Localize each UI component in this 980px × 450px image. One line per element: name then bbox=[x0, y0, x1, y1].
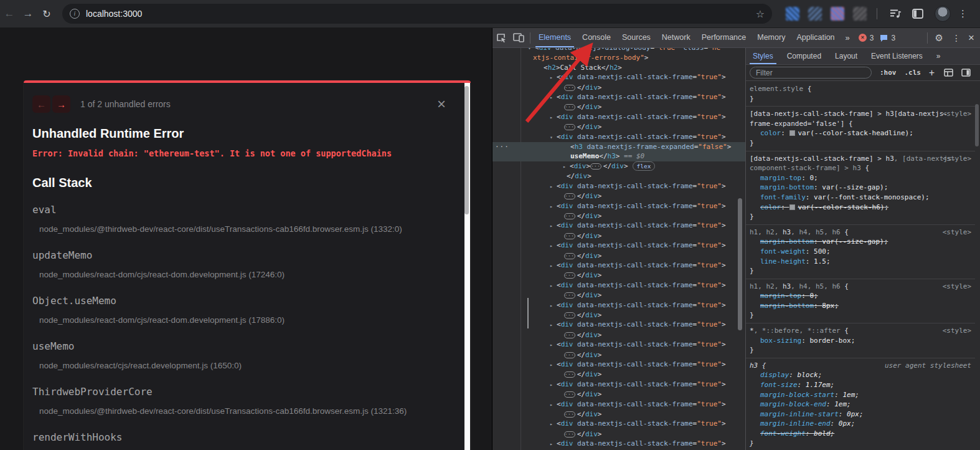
css-rule[interactable]: <style>[data-nextjs-call-stack-frame] > … bbox=[746, 107, 975, 151]
css-declaration[interactable]: margin-inline-start: 0px; bbox=[750, 409, 971, 419]
expand-arrow-right-icon[interactable]: ▸ bbox=[550, 241, 557, 251]
expand-arrow-right-icon[interactable]: ▸ bbox=[550, 113, 557, 122]
bookmark-star-icon[interactable]: ☆ bbox=[756, 8, 765, 20]
more-content-icon[interactable]: ··· bbox=[564, 85, 575, 91]
rendering-emulation-icon[interactable] bbox=[944, 69, 953, 77]
css-declaration[interactable]: font-weight: bold; bbox=[750, 429, 971, 439]
css-declaration[interactable]: font-family: var(--font-stack-monospace)… bbox=[750, 193, 971, 203]
dom-tree-line[interactable]: ▸<div data-nextjs-call-stack-frame="true… bbox=[492, 181, 745, 191]
css-declaration[interactable]: margin-block-end: 1em; bbox=[750, 400, 971, 409]
dom-tree-line[interactable]: ▸<div>···</div>flex bbox=[492, 161, 745, 171]
expand-arrow-down-icon[interactable]: ▾ bbox=[550, 133, 557, 142]
css-declaration[interactable]: margin-top: 0; bbox=[750, 291, 971, 301]
flex-badge[interactable]: flex bbox=[633, 161, 656, 171]
dom-tree-line[interactable]: ▾<div data-nextjs-dialog-body="true" cla… bbox=[492, 48, 745, 53]
tab-performance[interactable]: Performance bbox=[696, 28, 752, 47]
tab-application[interactable]: Application bbox=[791, 28, 840, 47]
reload-button[interactable]: ↻ bbox=[37, 8, 56, 20]
console-message-count[interactable]: 3 bbox=[891, 34, 895, 42]
expand-arrow-right-icon[interactable]: ▸ bbox=[563, 162, 570, 171]
dom-tree-line[interactable]: xtjs-container-errors-body"> bbox=[492, 53, 745, 62]
dom-tree-line[interactable]: ···</div> bbox=[492, 191, 745, 201]
dom-tree-line[interactable]: ···</div> bbox=[492, 231, 745, 241]
dom-tree-line[interactable]: ▸<div data-nextjs-call-stack-frame="true… bbox=[492, 72, 745, 82]
css-rule[interactable]: <style>*, *::before, *::after {box-sizin… bbox=[746, 323, 975, 358]
site-info-icon[interactable]: i bbox=[70, 9, 80, 19]
css-declaration[interactable]: box-sizing: border-box; bbox=[750, 336, 971, 346]
gear-icon[interactable]: ⚙ bbox=[930, 32, 948, 44]
dom-tree-line[interactable]: ▾<div data-nextjs-call-stack-frame="true… bbox=[492, 132, 745, 142]
dom-tree-line[interactable]: ···</div> bbox=[492, 409, 745, 419]
color-swatch[interactable] bbox=[789, 130, 795, 136]
devtools-close-icon[interactable]: × bbox=[964, 32, 980, 44]
dom-tree-line[interactable]: ···</div> bbox=[492, 83, 745, 92]
css-rule[interactable]: element.style {} bbox=[746, 82, 975, 107]
dom-tree-line[interactable]: ▸<div data-nextjs-call-stack-frame="true… bbox=[492, 280, 745, 290]
side-panel-icon[interactable] bbox=[912, 9, 923, 19]
more-content-icon[interactable]: ··· bbox=[564, 292, 575, 299]
url-text[interactable]: localhost:3000 bbox=[86, 9, 756, 19]
back-button[interactable]: ← bbox=[0, 7, 19, 20]
dom-tree-line[interactable]: ···</div> bbox=[492, 350, 745, 360]
dom-tree-line[interactable]: ▸<div data-nextjs-call-stack-frame="true… bbox=[492, 92, 745, 102]
more-tabs-chevron[interactable]: » bbox=[841, 33, 855, 42]
rule-selector[interactable]: h1, h2, h3, h4, h5, h6 { bbox=[750, 227, 971, 237]
rule-source-link[interactable]: <style> bbox=[943, 326, 971, 336]
expand-arrow-right-icon[interactable]: ▸ bbox=[550, 73, 557, 82]
dom-tree-line[interactable]: ▸<div data-nextjs-call-stack-frame="true… bbox=[492, 419, 745, 429]
dom-tree-line[interactable]: ▸<div data-nextjs-call-stack-frame="true… bbox=[492, 112, 745, 122]
class-toggle[interactable]: .cls bbox=[905, 69, 921, 77]
rule-source-link[interactable]: <style> bbox=[943, 109, 971, 119]
css-declaration[interactable]: font-size: 1.17em; bbox=[750, 380, 971, 390]
next-error-button[interactable]: → bbox=[52, 95, 70, 113]
more-content-icon[interactable]: ··· bbox=[590, 163, 601, 170]
expand-arrow-right-icon[interactable]: ▸ bbox=[550, 419, 557, 429]
extension-icon[interactable] bbox=[853, 7, 867, 21]
css-rule[interactable]: user agent stylesheeth3 {display: block;… bbox=[746, 358, 975, 450]
rule-selector[interactable]: h1, h2, h3, h4, h5, h6 { bbox=[750, 282, 971, 292]
expand-arrow-right-icon[interactable]: ▸ bbox=[550, 340, 557, 350]
rule-selector[interactable]: [data-nextjs-call-stack-frame] > h3, [da… bbox=[750, 154, 971, 173]
tab-network[interactable]: Network bbox=[656, 28, 696, 47]
styles-scrollbar-thumb[interactable] bbox=[975, 104, 979, 146]
dom-tree-line[interactable]: ···</div> bbox=[492, 270, 745, 280]
dom-tree-line[interactable]: ···</div> bbox=[492, 310, 745, 320]
dom-tree-line[interactable]: ···</div> bbox=[492, 429, 745, 439]
css-declaration[interactable]: margin-bottom: var(--size-gap); bbox=[750, 183, 971, 193]
console-message-icon[interactable] bbox=[880, 34, 888, 42]
expand-arrow-right-icon[interactable]: ▸ bbox=[550, 261, 557, 270]
dom-tree-line[interactable]: ···</div> bbox=[492, 330, 745, 340]
dom-tree-line[interactable]: ▸<div data-nextjs-call-stack-frame="true… bbox=[492, 241, 745, 251]
expand-arrow-right-icon[interactable]: ▸ bbox=[550, 281, 557, 290]
error-count-icon[interactable]: × bbox=[859, 34, 867, 42]
dom-tree-line[interactable]: ▸<div data-nextjs-call-stack-frame="true… bbox=[492, 439, 745, 449]
more-content-icon[interactable]: ··· bbox=[564, 193, 575, 199]
more-content-icon[interactable]: ··· bbox=[564, 253, 575, 259]
new-style-rule-button[interactable]: + bbox=[929, 67, 935, 79]
dom-tree-line[interactable]: ···<h3 data-nextjs-frame-expanded="false… bbox=[492, 142, 745, 151]
rule-source-link[interactable]: <style> bbox=[943, 154, 971, 164]
expand-arrow-right-icon[interactable]: ▸ bbox=[550, 202, 557, 211]
expand-arrow-right-icon[interactable]: ▸ bbox=[550, 360, 557, 370]
forward-button[interactable]: → bbox=[19, 7, 37, 20]
inspect-element-icon[interactable] bbox=[492, 33, 510, 43]
dialog-scrollbar-thumb[interactable] bbox=[464, 86, 469, 214]
expand-arrow-right-icon[interactable]: ▸ bbox=[550, 182, 557, 191]
dom-tree-line[interactable]: ▸<div data-nextjs-call-stack-frame="true… bbox=[492, 380, 745, 390]
more-content-icon[interactable]: ··· bbox=[564, 104, 575, 110]
more-content-icon[interactable]: ··· bbox=[564, 233, 575, 239]
error-count[interactable]: 3 bbox=[870, 34, 874, 42]
dom-tree-line[interactable]: ···</div> bbox=[492, 370, 745, 379]
css-declaration[interactable]: margin-inline-end: 0px; bbox=[750, 419, 971, 429]
css-declaration[interactable]: margin-block-start: 1em; bbox=[750, 390, 971, 400]
dialog-scrollbar-track[interactable] bbox=[464, 83, 470, 450]
dom-tree-line[interactable]: ···</div> bbox=[492, 102, 745, 112]
rule-selector[interactable]: [data-nextjs-call-stack-frame] > h3[data… bbox=[750, 109, 971, 128]
expand-arrow-right-icon[interactable]: ▸ bbox=[550, 400, 557, 409]
more-content-icon[interactable]: ··· bbox=[564, 411, 575, 418]
more-content-icon[interactable]: ··· bbox=[564, 391, 575, 398]
expand-arrow-right-icon[interactable]: ▸ bbox=[550, 439, 557, 449]
expand-arrow-right-icon[interactable]: ▸ bbox=[550, 301, 557, 310]
expand-arrow-right-icon[interactable]: ▸ bbox=[550, 93, 557, 102]
color-swatch[interactable] bbox=[789, 204, 795, 210]
